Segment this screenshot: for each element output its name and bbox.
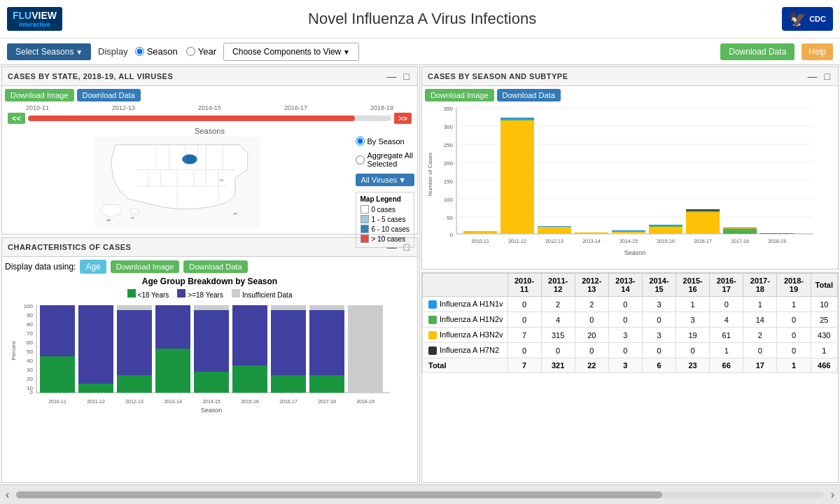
download-data-char-button[interactable]: Download Data [183, 260, 247, 273]
map-controls: By Season Aggregate AllSelected All Viru… [356, 136, 414, 248]
season-radio-input[interactable] [135, 47, 144, 56]
age-select-button[interactable]: Age [80, 260, 106, 274]
season-chart-controls: — □ [806, 71, 832, 82]
page-title: Novel Influenza A Virus Infections [62, 10, 782, 28]
legend-0-cases: 0 cases [360, 205, 410, 214]
table-row: Total732122362366171466 [423, 358, 838, 373]
table-cell: 3 [676, 312, 710, 328]
subtype-color-icon [428, 331, 437, 340]
legend-1-5-color [360, 215, 369, 223]
bar-2014-H3N2v [612, 232, 645, 233]
by-season-radio-input[interactable] [356, 136, 365, 146]
table-cell: 0 [710, 297, 743, 312]
download-data-state-button[interactable]: Download Data [77, 89, 141, 102]
download-data-button[interactable]: Download Data [720, 43, 794, 60]
table-cell: 0 [541, 343, 575, 358]
table-cell: 4 [541, 312, 575, 328]
download-image-season-button[interactable]: Download Image [425, 89, 494, 102]
table-cell: 0 [608, 343, 642, 358]
logo-view: VIEW [31, 10, 57, 21]
year-radio-input[interactable] [186, 47, 195, 56]
choose-components-button[interactable]: Choose Components to View [223, 43, 359, 61]
table-row: Influenza A H3N2v73152033196120430 [423, 328, 838, 343]
cdc-text: CDC [809, 15, 826, 23]
svg-text:2013-14: 2013-14 [582, 239, 601, 244]
season-slider: << >> [5, 113, 414, 124]
subtype-color-icon [428, 346, 437, 355]
subtype-data-table: 2010-11 2011-12 2012-13 2013-14 2014-15 … [422, 273, 838, 373]
aggregate-radio-input[interactable] [356, 155, 365, 164]
bar-2013-H3N2v [575, 232, 608, 234]
legend-0-color [360, 205, 369, 214]
svg-text:AK: AK [107, 218, 111, 222]
season-slider-track[interactable] [28, 115, 391, 121]
maximize-cases-state-button[interactable]: □ [402, 71, 412, 82]
bar-2017-over18 [309, 310, 344, 375]
table-cell: 0 [642, 343, 676, 358]
by-season-radio[interactable]: By Season [356, 136, 414, 146]
minimize-season-chart-button[interactable]: — [806, 71, 820, 82]
svg-text:2010-11: 2010-11 [471, 239, 489, 244]
year-radio[interactable]: Year [186, 46, 216, 57]
col-2012-13: 2012-13 [575, 274, 608, 297]
bar-2016-H3N2v [686, 212, 720, 234]
svg-text:2017-18: 2017-18 [318, 399, 336, 404]
bar-2014-H1N1v [612, 230, 645, 232]
cases-by-season-title: Cases By Season and Subtype [428, 72, 568, 80]
download-image-state-button[interactable]: Download Image [5, 89, 74, 102]
help-button[interactable]: Help [802, 43, 833, 60]
table-cell: 7 [507, 358, 541, 373]
season-prev-button[interactable]: << [8, 113, 25, 124]
svg-text:PR: PR [233, 212, 237, 216]
table-cell: 0 [507, 312, 541, 328]
scroll-track[interactable] [16, 491, 823, 498]
col-total: Total [811, 274, 838, 297]
data-table-section: 2010-11 2011-12 2012-13 2013-14 2014-15 … [421, 272, 839, 483]
table-row: Influenza A H1N1v02203101110 [423, 297, 838, 312]
table-cell: 0 [777, 343, 811, 358]
svg-text:2016-17: 2016-17 [694, 239, 712, 244]
bar-2015-H1N2v [649, 225, 682, 227]
minimize-cases-state-button[interactable]: — [385, 71, 399, 82]
right-panel: Cases By Season and Subtype — □ Download… [420, 65, 840, 484]
toolbar: Select Seasons Display Season Year Choos… [0, 38, 840, 65]
cases-by-season-section: Cases By Season and Subtype — □ Download… [421, 66, 839, 270]
table-cell: 2 [575, 297, 608, 312]
year-radio-label: Year [198, 46, 216, 57]
table-header-row: 2010-11 2011-12 2012-13 2013-14 2014-15 … [423, 274, 838, 297]
maximize-season-chart-button[interactable]: □ [822, 71, 832, 82]
bar-2015-H3N2v [649, 227, 682, 234]
svg-text:Season: Season [624, 249, 646, 256]
select-seasons-button[interactable]: Select Seasons [7, 43, 91, 60]
col-2016-17: 2016-17 [710, 274, 743, 297]
download-image-char-button[interactable]: Download Image [111, 260, 180, 273]
subtype-color-icon [428, 316, 437, 324]
table-cell: 23 [676, 358, 710, 373]
by-season-label: By Season [368, 137, 405, 146]
all-viruses-button[interactable]: All Viruses ▼ [356, 174, 414, 186]
download-data-season-button[interactable]: Download Data [497, 89, 561, 102]
season-radio[interactable]: Season [135, 46, 178, 57]
bar-2017-H1N2v [723, 229, 757, 234]
legend-title: Map Legend [360, 195, 410, 203]
scroll-left-arrow[interactable]: ‹ [6, 489, 9, 501]
cdc-logo: 🦅 CDC [782, 7, 833, 31]
bar-2010-under18 [40, 356, 75, 393]
table-cell: 66 [710, 358, 743, 373]
table-cell: 0 [575, 343, 608, 358]
season-next-button[interactable]: >> [394, 113, 412, 124]
aggregate-radio[interactable]: Aggregate AllSelected [356, 151, 414, 168]
legend-6-10-color [360, 225, 369, 233]
table-cell: 0 [743, 343, 777, 358]
svg-text:2013-14: 2013-14 [164, 399, 182, 404]
cdc-eagle-icon: 🦅 [789, 10, 806, 27]
svg-text:40: 40 [27, 358, 33, 364]
svg-text:2012-13: 2012-13 [125, 399, 144, 404]
map-area: AK HI DC PR [5, 136, 414, 248]
bar-2012-under18 [117, 375, 152, 393]
bottom-bar: ‹ › [0, 484, 840, 504]
scroll-right-arrow[interactable]: › [831, 489, 834, 501]
display-data-row: Display data using: Age Download Image D… [5, 260, 414, 274]
bar-2012-H1N1v [538, 226, 571, 227]
legend-0-label: 0 cases [372, 206, 396, 214]
